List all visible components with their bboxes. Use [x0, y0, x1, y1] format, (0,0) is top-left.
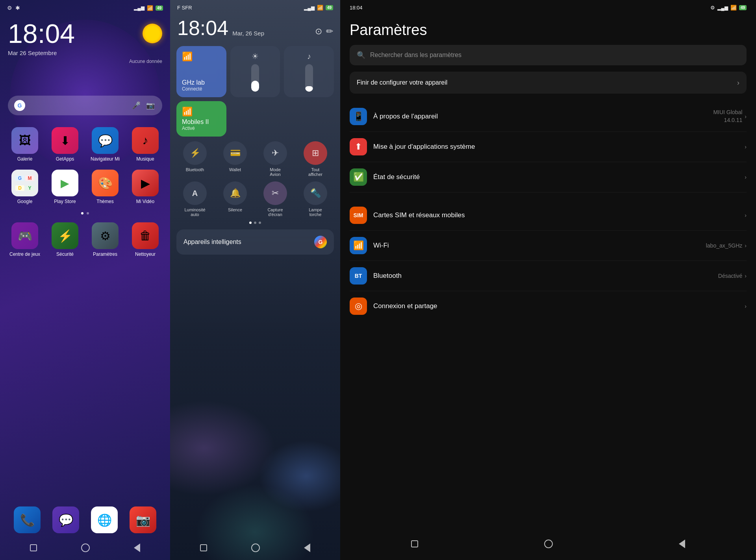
chrome-icon: 🌐: [91, 506, 118, 533]
cc-top-icons: ⊙ ✏: [315, 26, 333, 37]
settings-search-bar[interactable]: 🔍 Rechercher dans les paramètres: [350, 45, 747, 65]
app-playstore[interactable]: ▶ Play Store: [48, 170, 82, 204]
silence-icon: 🔔: [223, 181, 247, 205]
app-mivideo[interactable]: ▶ Mi Vidéo: [128, 170, 162, 204]
lock-icon[interactable]: ⊙: [315, 26, 322, 37]
centrejeux-label: Centre de jeux: [9, 251, 40, 257]
nav-recents-button[interactable]: [30, 544, 37, 551]
app-musique[interactable]: ♪ Musique: [128, 127, 162, 162]
status-left-icons: ⚙ ✱: [7, 5, 20, 11]
nav-back-button[interactable]: [134, 543, 140, 552]
dock-camera[interactable]: 📷: [130, 506, 156, 533]
wifi-settings-icon-wrap: 📶: [350, 237, 367, 254]
notification-icon: ✱: [15, 5, 20, 11]
cc-quick-row1: ⚡ Bluetooth 💳 Wallet ✈ ModeAvion ⊞ Touta…: [170, 139, 340, 179]
settings-nav-recents[interactable]: [411, 540, 418, 547]
musique-icon: ♪: [132, 127, 159, 154]
wifi-settings-title: Wi-Fi: [373, 242, 700, 250]
settings-separator-1: [350, 192, 747, 200]
app-nettoyeur[interactable]: 🗑 Nettoyeur: [128, 222, 162, 257]
updates-title: Mise à jour d'applications système: [373, 143, 738, 151]
cc-dot-1: [249, 222, 252, 224]
wifi-settings-content: Wi-Fi: [373, 242, 700, 250]
settings-item-connection[interactable]: ◎ Connexion et partage ›: [350, 291, 747, 321]
search-bar[interactable]: G 🎤 📷: [8, 96, 162, 115]
settings-item-wifi[interactable]: 📶 Wi-Fi labo_ax_5GHz ›: [350, 231, 747, 261]
cc-wifi-icon-tile: 📶: [182, 52, 221, 62]
app-parametres[interactable]: ⚙ Paramètres: [88, 222, 122, 257]
settings-item-security[interactable]: ✅ État de sécurité ›: [350, 162, 747, 192]
dock: 📞 💬 🌐 📷: [0, 501, 170, 539]
updates-icon-wrap: ⬆: [350, 138, 367, 155]
cc-wallet[interactable]: 💳 Wallet: [217, 141, 254, 177]
connection-icon: ◎: [355, 301, 362, 311]
bluetooth-label: Bluetooth: [186, 167, 204, 172]
security-content: État de sécurité: [373, 173, 738, 181]
cc-bluetooth[interactable]: ⚡ Bluetooth: [176, 141, 213, 177]
app-navigateur[interactable]: 💬 Navigateur Mi: [88, 127, 122, 162]
wifi-network-label: labo_ax_5GHz: [706, 242, 743, 249]
app-securite[interactable]: ⚡ Sécurité: [48, 222, 82, 257]
cc-auto-brightness[interactable]: A Luminositéauto: [176, 181, 213, 217]
cc-volume-slider[interactable]: ♪: [284, 46, 334, 97]
cc-nav-recents[interactable]: [200, 544, 207, 551]
cc-mobile-tile[interactable]: 📶 Mobiles II Activé: [176, 101, 226, 137]
cc-screenshot[interactable]: ✂ Captured'écran: [257, 181, 294, 217]
phone3-settings: 18:04 ⚙ ▂▄▆ 📶 49 Paramètres 🔍 Rechercher…: [340, 0, 756, 560]
edit-icon[interactable]: ✏: [326, 26, 333, 37]
settings-item-updates[interactable]: ⬆ Mise à jour d'applications système ›: [350, 132, 747, 162]
settings-nav-bar: [340, 532, 756, 560]
weather-no-data: Aucune donnée: [0, 59, 170, 64]
sim-chevron-icon: ›: [745, 212, 747, 218]
cc-nav-back[interactable]: [304, 543, 310, 552]
auto-brightness-label: Luminositéauto: [184, 207, 205, 217]
cc-mobile-title: Mobiles II: [182, 118, 221, 126]
lens-search-icon[interactable]: 📷: [145, 100, 156, 111]
settings-page-title: Paramètres: [340, 14, 756, 45]
google-icon: G M D Y: [11, 170, 38, 196]
dock-messages[interactable]: 💬: [52, 506, 79, 533]
parametres-label: Paramètres: [93, 251, 117, 257]
settings-item-bluetooth[interactable]: BT Bluetooth Désactivé ›: [350, 261, 747, 291]
nav-home-button[interactable]: [81, 543, 90, 552]
settings-status-bar: 18:04 ⚙ ▂▄▆ 📶 49: [340, 0, 756, 14]
app-galerie[interactable]: 🖼 Galerie: [8, 127, 42, 162]
bluetooth-icon: ⚡: [183, 141, 207, 165]
settings-configure-button[interactable]: Finir de configurer votre appareil ›: [350, 72, 747, 94]
settings-item-about[interactable]: 📱 À propos de l'appareil MIUI Global14.0…: [350, 102, 747, 132]
cc-brightness-slider[interactable]: ☀: [230, 46, 280, 97]
dock-chrome[interactable]: 🌐: [91, 506, 118, 533]
cc-smart-devices[interactable]: Appareils intelligents G: [176, 229, 334, 255]
app-centrejeux[interactable]: 🎮 Centre de jeux: [8, 222, 42, 257]
cc-nav-home[interactable]: [251, 543, 260, 552]
cc-flashlight[interactable]: 🔦 Lampetorche: [297, 181, 334, 217]
app-grid-row1: 🖼 Galerie ⬇ GetApps 💬 Navigateur Mi ♪ Mu…: [0, 123, 170, 166]
camera-icon: 📷: [130, 506, 156, 533]
cc-mobile-icon: 📶: [182, 107, 221, 117]
voice-search-icon[interactable]: 🎤: [131, 100, 142, 111]
settings-list: 📱 À propos de l'appareil MIUI Global14.0…: [340, 102, 756, 321]
settings-nav-back[interactable]: [679, 540, 685, 548]
settings-gear-icon: ⚙: [710, 5, 715, 11]
sim-icon: SIM: [354, 212, 363, 218]
app-getapps[interactable]: ⬇ GetApps: [48, 127, 82, 162]
wallet-label: Wallet: [229, 167, 241, 172]
cc-wifi-tile[interactable]: 📶 GHz lab Connecté: [176, 46, 226, 97]
wifi-settings-icon: 📶: [353, 240, 364, 251]
cc-silence[interactable]: 🔔 Silence: [217, 181, 254, 217]
settings-nav-home[interactable]: [544, 540, 553, 548]
app-google[interactable]: G M D Y Google: [8, 170, 42, 204]
settings-wifi-icon: 📶: [730, 5, 737, 11]
bluetooth-status-label: Désactivé: [718, 273, 742, 279]
settings-icon: ⚙: [7, 5, 12, 11]
centrejeux-icon: 🎮: [11, 222, 38, 249]
dock-phone[interactable]: 📞: [14, 506, 41, 533]
cc-airplane[interactable]: ✈ ModeAvion: [257, 141, 294, 177]
cc-more[interactable]: ⊞ Toutafficher: [297, 141, 334, 177]
getapps-icon: ⬇: [52, 127, 78, 154]
bluetooth-settings-icon: BT: [355, 273, 362, 279]
settings-item-sim[interactable]: SIM Cartes SIM et réseaux mobiles ›: [350, 200, 747, 231]
app-themes[interactable]: 🎨 Thèmes: [88, 170, 122, 204]
carrier-label: F SFR: [177, 5, 192, 11]
signal-icon: ▂▄▆: [134, 5, 145, 11]
